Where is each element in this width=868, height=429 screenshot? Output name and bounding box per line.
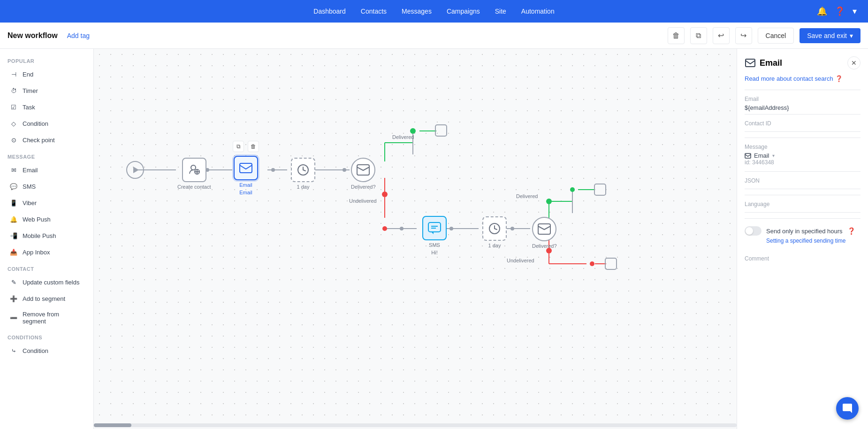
top-nav: Dashboard Contacts Messages Campaigns Si… [0, 0, 868, 23]
bell-icon[interactable]: 🔔 [817, 6, 827, 16]
webpush-icon: 🔔 [9, 215, 18, 223]
email-field-label: Email [745, 96, 860, 102]
chat-bubble-button[interactable] [836, 397, 859, 420]
delete-button[interactable]: 🗑 [668, 27, 685, 44]
timer2-label: 1 day [488, 243, 501, 248]
panel-email-icon [745, 57, 756, 69]
redo-button[interactable]: ↪ [735, 27, 752, 44]
nav-contacts[interactable]: Contacts [361, 8, 387, 15]
section-conditions: Conditions [0, 329, 93, 342]
right-panel: Email ✕ Read more about contact search ❓… [737, 49, 868, 429]
email-node[interactable]: ⧉ 🗑 Email Email [234, 156, 258, 195]
viber-icon: 📱 [9, 199, 18, 207]
sidebar-item-webpush[interactable]: 🔔 Web Push [2, 211, 91, 227]
svg-rect-44 [240, 163, 252, 173]
nav-automation[interactable]: Automation [521, 8, 555, 15]
json-value [745, 186, 860, 189]
svg-point-17 [382, 226, 387, 231]
sidebar-item-addtosegment[interactable]: ➕ Add to segment [2, 291, 91, 306]
panel-title: Email [745, 57, 782, 69]
help-icon[interactable]: ❓ [835, 6, 845, 16]
delete-node-button[interactable]: 🗑 [248, 141, 259, 152]
svg-point-40 [191, 165, 196, 170]
start-node[interactable] [125, 160, 145, 180]
panel-close-button[interactable]: ✕ [847, 56, 860, 69]
task-icon: ☑ [9, 103, 18, 111]
section-message: Message [0, 148, 93, 161]
sidebar-item-viber[interactable]: 📱 Viber [2, 195, 91, 211]
read-more-link[interactable]: Read more about contact search ❓ [745, 75, 860, 82]
message-type-row: Email ▾ [745, 152, 860, 159]
nav-dashboard[interactable]: Dashboard [313, 8, 346, 15]
sidebar-item-sms[interactable]: 💬 SMS [2, 178, 91, 194]
create-contact-label: Create contact [177, 184, 211, 190]
sidebar-item-updatefields[interactable]: ✎ Update custom fields [2, 274, 91, 290]
email-node-body[interactable] [234, 156, 258, 180]
svg-rect-49 [428, 222, 441, 232]
copy-node-button[interactable]: ⧉ [233, 141, 244, 152]
main-layout: Popular ⊣ End ⏱ Timer ☑ Task ◇ Condition… [0, 49, 868, 429]
undo-button[interactable]: ↩ [713, 27, 730, 44]
add-tag-link[interactable]: Add tag [67, 32, 90, 39]
sidebar: Popular ⊣ End ⏱ Timer ☑ Task ◇ Condition… [0, 49, 94, 429]
email-field-value: ${emailAddress} [745, 104, 860, 115]
contact-id-label: Contact ID [745, 120, 860, 127]
delivered-check-1-label: Delivered? [351, 184, 376, 190]
chevron-down-icon[interactable]: ▾ [853, 6, 857, 16]
canvas-scrollbar[interactable] [94, 423, 737, 427]
sms-node[interactable]: SMS Hi! [422, 216, 447, 255]
save-exit-button[interactable]: Save and exit ▾ [799, 28, 860, 43]
sidebar-item-end[interactable]: ⊣ End [2, 66, 91, 82]
svg-rect-12 [435, 125, 447, 136]
sidebar-item-email[interactable]: ✉ Email [2, 162, 91, 178]
sidebar-item-timer[interactable]: ⏱ Timer [2, 83, 91, 99]
svg-point-4 [271, 168, 275, 172]
sidebar-item-checkpoint[interactable]: ⊙ Check point [2, 132, 91, 148]
timer1-label: 1 day [297, 184, 310, 190]
sms-sub: Hi! [431, 250, 437, 255]
comment-label: Comment [745, 255, 860, 262]
delivered-check-node-2[interactable]: Delivered? [532, 217, 557, 249]
delivered-check-node-1[interactable]: Delivered? [351, 158, 376, 190]
email-icon: ✉ [9, 166, 18, 174]
cancel-button[interactable]: Cancel [758, 28, 794, 44]
sidebar-item-condition2[interactable]: ⤷ Condition [2, 343, 91, 359]
sidebar-item-task[interactable]: ☑ Task [2, 99, 91, 115]
setting-link[interactable]: Setting a specified sending time [766, 237, 860, 244]
mobilepush-icon: 📲 [9, 231, 18, 240]
condition2-icon: ⤷ [9, 346, 18, 355]
language-field-label: Language [745, 201, 860, 207]
scrollbar-thumb[interactable] [94, 423, 131, 427]
svg-line-54 [495, 229, 497, 230]
svg-point-25 [546, 199, 552, 204]
panel-header: Email ✕ [745, 56, 860, 69]
svg-point-23 [510, 227, 514, 230]
updatefields-icon: ✎ [9, 278, 18, 286]
chevron-down-icon: ▾ [850, 32, 853, 39]
delivered-check-2-label: Delivered? [532, 243, 557, 249]
sidebar-item-appinbox[interactable]: 📥 App Inbox [2, 244, 91, 260]
copy-button[interactable]: ⧉ [690, 27, 707, 44]
sidebar-item-condition[interactable]: ◇ Condition [2, 115, 91, 131]
addtosegment-icon: ➕ [9, 294, 18, 303]
nav-messages[interactable]: Messages [402, 8, 432, 15]
nav-campaigns[interactable]: Campaigns [447, 8, 480, 15]
connectors [94, 49, 737, 429]
svg-point-35 [590, 261, 594, 266]
workflow-canvas[interactable]: Create contact ⧉ 🗑 Email Email 1 day [94, 49, 737, 429]
timer-node-2[interactable]: 1 day [482, 216, 507, 248]
sidebar-item-mobilepush[interactable]: 📲 Mobile Push [2, 228, 91, 244]
create-contact-node[interactable]: Create contact [177, 158, 211, 190]
send-hours-toggle[interactable] [745, 226, 761, 236]
toggle-label: Send only in specified hours [766, 228, 843, 235]
email-node-type: Email [239, 182, 252, 188]
condition-icon: ◇ [9, 119, 18, 128]
nav-site[interactable]: Site [495, 8, 506, 15]
toggle-row: Send only in specified hours ❓ [745, 226, 860, 236]
sms-icon: 💬 [9, 182, 18, 191]
removesegment-icon: ➖ [9, 314, 18, 322]
sidebar-item-removesegment[interactable]: ➖ Remove from segment [2, 307, 91, 329]
timer-node-1[interactable]: 1 day [291, 158, 315, 190]
toolbar: New workflow Add tag 🗑 ⧉ ↩ ↪ Cancel Save… [0, 23, 868, 49]
svg-point-14 [382, 192, 388, 197]
